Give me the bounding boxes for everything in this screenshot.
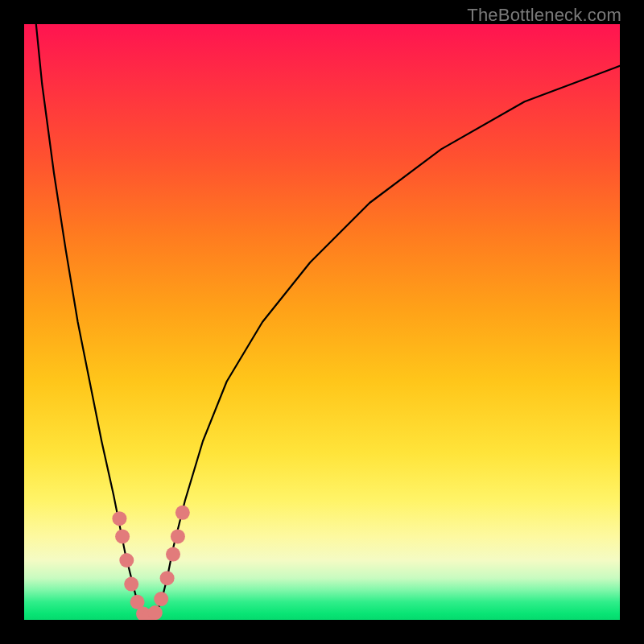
- highlight-point: [115, 529, 130, 543]
- highlight-point: [119, 553, 134, 568]
- highlight-point: [148, 605, 163, 620]
- bottleneck-curve: [36, 24, 620, 617]
- highlight-point: [124, 577, 138, 592]
- watermark-text: TheBottleneck.com: [467, 5, 621, 26]
- highlight-point: [112, 511, 126, 526]
- highlight-point: [160, 571, 175, 585]
- curve-layer: [24, 24, 620, 620]
- highlight-point: [175, 506, 190, 520]
- highlight-point: [171, 529, 185, 543]
- plot-area: [24, 24, 620, 620]
- chart-frame: TheBottleneck.com: [0, 0, 644, 644]
- highlight-point: [154, 592, 168, 606]
- highlight-point: [166, 547, 180, 562]
